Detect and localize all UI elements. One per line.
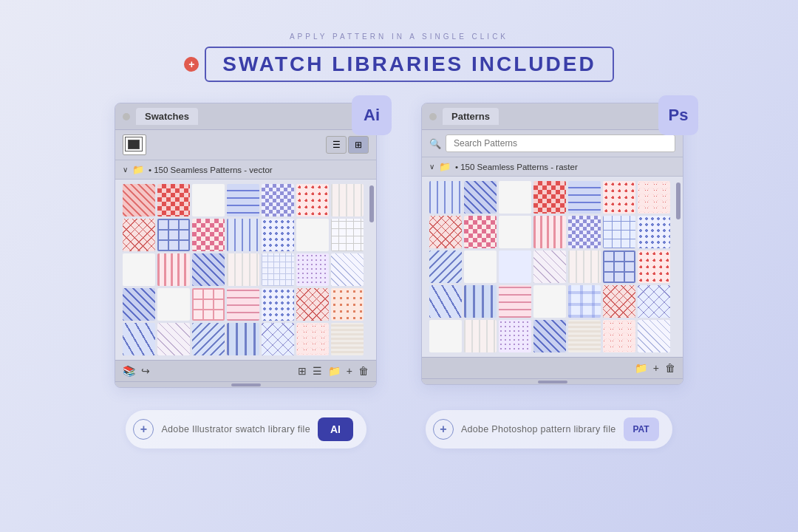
pattern-cell	[157, 253, 190, 286]
header-title-box: SWATCH LIBRARIES INCLUDED	[205, 47, 613, 82]
footer-ps-item: + Adobe Photoshop pattern library file P…	[426, 410, 672, 449]
pattern-cell	[123, 253, 155, 286]
footer-ai-badge: AI	[318, 417, 353, 441]
pattern-cell	[533, 216, 566, 248]
pattern-cell	[638, 320, 670, 352]
ai-bottom-icon-2[interactable]: ↪	[141, 365, 150, 377]
pattern-cell	[331, 253, 364, 286]
pattern-cell	[227, 184, 259, 216]
plus-icon: +	[184, 57, 199, 72]
pattern-cell	[296, 323, 329, 355]
ps-search-bar: 🔍	[422, 130, 683, 157]
pattern-cell	[157, 219, 190, 251]
pattern-cell	[638, 181, 670, 214]
pattern-cell	[533, 181, 566, 214]
pattern-cell	[464, 216, 497, 248]
pattern-cell	[123, 184, 155, 216]
pattern-cell	[464, 250, 497, 283]
ps-search-input[interactable]	[446, 134, 675, 152]
header-subtitle: APPLY PATTERN IN A SINGLE CLICK	[184, 33, 613, 41]
ai-bottom-icon-7[interactable]: 🗑	[358, 365, 369, 377]
ai-bottom-icon-3[interactable]: ⊞	[298, 365, 307, 377]
ai-bottom-icon-4[interactable]: ☰	[313, 365, 322, 377]
ai-swatch-icon-group	[123, 134, 146, 155]
ps-bottom-icon-3[interactable]: 🗑	[665, 362, 675, 374]
pattern-cell	[157, 323, 190, 355]
pattern-cell	[429, 181, 462, 214]
ai-bottom-icon-5[interactable]: 📁	[328, 365, 341, 377]
pattern-cell	[499, 320, 531, 352]
ps-folder-row: ∨ 📁 • 150 Seamless Patterns - raster	[422, 157, 683, 177]
pattern-cell	[603, 285, 635, 318]
pattern-cell	[331, 184, 364, 216]
pattern-cell	[603, 181, 635, 214]
ps-folder-label: • 150 Seamless Patterns - raster	[455, 163, 578, 171]
ps-panel-bottom: 📁 + 🗑	[422, 357, 683, 378]
ps-scroll-area[interactable]	[422, 177, 683, 357]
ai-list-view-btn[interactable]: ☰	[326, 136, 347, 154]
pattern-cell	[429, 250, 462, 283]
pattern-cell	[227, 253, 259, 286]
pattern-cell	[429, 320, 462, 352]
pattern-cell	[331, 323, 364, 355]
pattern-cell	[192, 288, 225, 321]
pattern-cell	[262, 184, 294, 216]
ps-panel-wrapper: Ps Patterns ≡ 🔍 ∨ 📁 • 150 Seamless Patte…	[421, 103, 683, 385]
ps-panel-tab[interactable]: Patterns	[443, 108, 499, 125]
pattern-cell	[331, 288, 364, 321]
ai-scrollbar-thumb[interactable]	[369, 185, 374, 222]
footer-ps-label: Adobe Photoshop pattern library file	[461, 424, 616, 434]
pattern-cell	[227, 288, 259, 321]
ps-app-badge: Ps	[658, 95, 698, 135]
pattern-cell	[192, 184, 225, 216]
footer-ps-plus[interactable]: +	[433, 419, 454, 440]
pattern-cell	[499, 250, 531, 283]
pattern-cell	[533, 320, 566, 352]
ps-scrollbar-thumb[interactable]	[676, 183, 681, 219]
pattern-cell	[568, 285, 601, 318]
pattern-cell	[192, 253, 225, 286]
ps-titlebar: Patterns ≡	[422, 103, 683, 130]
pattern-cell	[464, 181, 497, 214]
pattern-cell	[499, 285, 531, 318]
pattern-cell	[499, 181, 531, 214]
pattern-cell	[262, 323, 294, 355]
ps-close-btn[interactable]	[429, 113, 437, 120]
ai-panel-tab[interactable]: Swatches	[136, 108, 198, 125]
ai-bottom-icon-6[interactable]: +	[347, 365, 352, 377]
ai-folder-chevron: ∨	[123, 166, 128, 174]
pattern-cell	[429, 285, 462, 318]
ai-panel-wrapper: Ai Swatches ≡ ☰ ⊞	[115, 103, 377, 388]
pattern-cell	[157, 184, 190, 216]
pattern-cell	[192, 323, 225, 355]
ai-bottom-icon-1[interactable]: 📚	[123, 365, 135, 377]
ps-folder-chevron: ∨	[429, 163, 434, 171]
pattern-cell	[262, 288, 294, 321]
pattern-cell	[533, 285, 566, 318]
footer-row: + Adobe Illustrator swatch library file …	[126, 410, 672, 449]
pattern-cell	[296, 288, 329, 321]
footer-ai-label: Adobe Illustrator swatch library file	[161, 424, 310, 434]
ai-folder-icon: 📁	[132, 164, 144, 175]
ai-bottom-scrollbar	[115, 381, 376, 387]
ai-close-btn[interactable]	[123, 113, 130, 120]
pattern-cell	[262, 219, 294, 251]
pattern-cell	[638, 285, 670, 318]
ps-bottom-icon-1[interactable]: 📁	[635, 362, 647, 374]
pattern-cell	[568, 250, 601, 283]
ai-grid-view-btn[interactable]: ⊞	[348, 136, 369, 154]
pattern-cell	[464, 320, 497, 352]
header-title-row: + SWATCH LIBRARIES INCLUDED	[184, 47, 613, 82]
ai-panel: Swatches ≡ ☰ ⊞ ∨	[115, 103, 377, 388]
ai-swatch-toolbar: ☰ ⊞	[115, 130, 376, 160]
pattern-cell	[296, 219, 329, 251]
footer-ai-plus[interactable]: +	[133, 419, 154, 440]
pattern-cell	[227, 323, 259, 355]
ps-bottom-icon-2[interactable]: +	[653, 362, 659, 374]
pattern-cell	[262, 253, 294, 286]
ai-swatch-icon	[123, 134, 146, 155]
pattern-cell	[429, 216, 462, 248]
ai-scroll-area[interactable]	[115, 180, 376, 360]
ai-panel-bottom: 📚 ↪ ⊞ ☰ 📁 + 🗑	[115, 360, 376, 381]
pattern-cell	[123, 288, 155, 321]
